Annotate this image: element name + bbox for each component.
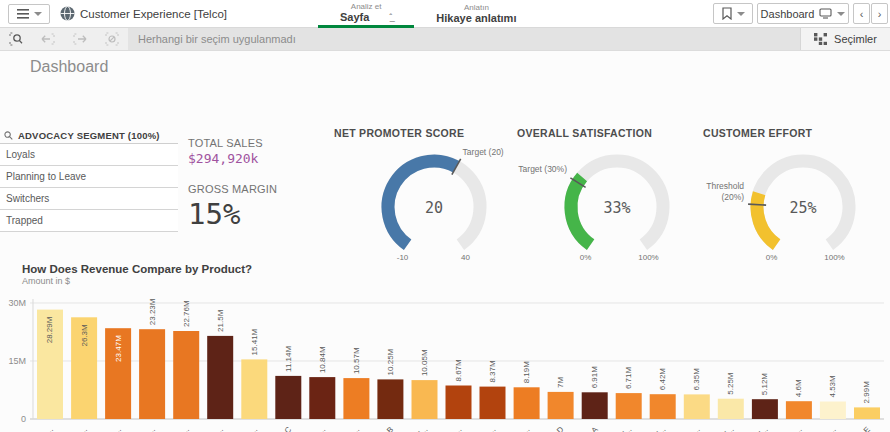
revenue-bar-chart: How Does Revenue Compare by Product? Amo… — [0, 263, 890, 432]
bar-value-label: 5.12M — [760, 373, 769, 396]
tab-analyze-sheet[interactable]: Analiz et Sayfa ˆ̲ — [318, 0, 414, 28]
svg-text:33%: 33% — [603, 199, 630, 217]
bar-value-label: 6.35M — [692, 368, 701, 391]
bar[interactable] — [650, 394, 676, 419]
bar[interactable] — [377, 379, 403, 419]
bar[interactable] — [446, 386, 472, 420]
bar-value-label: 2.99M — [863, 381, 872, 404]
selections-tool-icon — [814, 33, 827, 45]
gauge-customer-effort: CUSTOMER EFFORT Threshold(20%) 0% 100% 2… — [703, 127, 890, 269]
kpi-gross-margin: GROSS MARGIN 15% — [188, 183, 277, 231]
sheet-icon — [819, 8, 832, 19]
tab-narrate-storytelling[interactable]: Anlatın Hikaye anlatımı — [414, 0, 538, 28]
bar-value-label: 21.5M — [216, 309, 225, 332]
bar[interactable] — [480, 387, 506, 419]
bar[interactable] — [854, 407, 880, 419]
bar-value-label: 6.91M — [590, 366, 599, 389]
svg-text:100%: 100% — [824, 253, 844, 262]
bar-value-label: 4.6M — [794, 379, 803, 397]
prev-sheet-button[interactable]: ‹ — [853, 3, 870, 24]
chevron-down-icon: ˆ̲ — [389, 11, 392, 24]
bookmarks-button[interactable] — [713, 3, 753, 24]
x-axis-label: Fixed Line ... — [765, 425, 804, 432]
list-item[interactable]: Trapped — [0, 210, 178, 232]
gauge-overall-satisfaction: OVERALL SATISFACTION Target (30%) 0% 100… — [517, 127, 709, 269]
app-globe-icon — [60, 6, 75, 25]
x-axis-label: TV Plan E — [840, 425, 872, 432]
bar[interactable] — [173, 331, 199, 419]
global-menu-button[interactable] — [8, 4, 50, 24]
list-item[interactable]: Loyals — [0, 144, 178, 166]
bar[interactable] — [616, 393, 642, 419]
list-item[interactable]: Planning to Leave — [0, 166, 178, 188]
x-axis-label: Bundle Pla... — [16, 425, 54, 432]
x-axis-label: Mobile Pla... — [290, 425, 327, 432]
bar-value-label: 8.37M — [488, 360, 497, 383]
bar-value-label: 28.29M — [46, 316, 55, 343]
list-item[interactable]: Switchers — [0, 188, 178, 210]
svg-text:15M: 15M — [8, 356, 26, 366]
step-forward-icon[interactable] — [64, 28, 96, 50]
gauge-title: NET PROMOTER SCORE — [334, 127, 526, 139]
svg-text:40: 40 — [461, 253, 470, 262]
svg-text:Target (20): Target (20) — [463, 147, 504, 157]
bar[interactable] — [684, 394, 710, 419]
sheet-selector-button[interactable]: Dashboard — [757, 3, 849, 24]
clear-selections-icon[interactable] — [96, 28, 128, 50]
x-axis-label: Internet Pl... — [393, 425, 430, 432]
x-axis-label: Mobile Pla... — [494, 425, 531, 432]
bar-value-label: 15.41M — [250, 328, 259, 355]
filter-pane-list: LoyalsPlanning to LeaveSwitchersTrapped — [0, 144, 178, 232]
kpi-total-sales: TOTAL SALES $294,920k — [188, 137, 263, 166]
filter-pane-title: ADVOCACY SEGMENT (100%) — [18, 130, 160, 141]
x-axis-label: Internet Pl... — [597, 425, 634, 432]
bar[interactable] — [718, 399, 744, 419]
selections-search-icon[interactable] — [0, 28, 32, 50]
bar[interactable] — [582, 392, 608, 419]
svg-text:0%: 0% — [766, 253, 778, 262]
app-toolbar: Customer Experience [Telco] Analiz et Sa… — [0, 0, 890, 28]
x-axis-label: Mobile Pla... — [324, 425, 361, 432]
bar[interactable] — [139, 329, 165, 419]
bar[interactable] — [820, 402, 846, 420]
bar[interactable] — [275, 376, 301, 419]
selections-tool-button[interactable]: Seçimler — [800, 28, 890, 50]
svg-text:100%: 100% — [638, 253, 658, 262]
x-axis-label: TV Plan B — [363, 425, 395, 432]
bar[interactable] — [786, 401, 812, 419]
svg-text:20: 20 — [425, 199, 443, 217]
mode-tabs: Analiz et Sayfa ˆ̲ Anlatın Hikaye anlatı… — [318, 0, 538, 28]
chevron-down-icon — [837, 12, 845, 16]
bar[interactable] — [752, 399, 778, 419]
bar[interactable] — [207, 336, 233, 419]
svg-text:(20%): (20%) — [721, 192, 744, 202]
gauge-chart: Threshold(20%) 0% 100% 25% — [703, 139, 890, 267]
bar[interactable] — [309, 377, 335, 419]
bar[interactable] — [412, 380, 438, 419]
bar-value-label: 10.25M — [386, 348, 395, 375]
step-back-icon[interactable] — [32, 28, 64, 50]
svg-text:-10: -10 — [397, 253, 409, 262]
bar[interactable] — [548, 392, 574, 419]
bar-value-label: 5.25M — [726, 372, 735, 395]
next-sheet-button[interactable]: › — [871, 3, 888, 24]
bar[interactable] — [343, 378, 369, 419]
x-axis-label: Internet Pl... — [699, 425, 736, 432]
filter-pane-advocacy-segment: ADVOCACY SEGMENT (100%) LoyalsPlanning t… — [0, 127, 178, 232]
x-axis-label: TV Plan D — [533, 425, 565, 432]
x-axis-label: Mobile Pla... — [460, 425, 497, 432]
bar-chart-plot[interactable]: 015M30M28.29MBundle Pla...26.3MBundle Pl… — [0, 286, 890, 432]
bar[interactable] — [241, 359, 267, 419]
bookmark-icon — [722, 7, 732, 20]
svg-text:Target (30%): Target (30%) — [518, 164, 567, 174]
bar[interactable] — [514, 387, 540, 419]
gauge-title: CUSTOMER EFFORT — [703, 127, 890, 139]
x-axis-label: Fixed Line ... — [799, 425, 838, 432]
x-axis-label: Bundle Pla... — [51, 425, 89, 432]
selection-status-message: Herhangi bir seçim uygulanmadı — [128, 28, 800, 50]
search-icon — [4, 131, 13, 140]
filter-pane-header[interactable]: ADVOCACY SEGMENT (100%) — [0, 127, 178, 144]
bar-value-label: 10.05M — [420, 349, 429, 376]
svg-text:25%: 25% — [789, 199, 816, 217]
bar-value-label: 8.19M — [522, 361, 531, 384]
